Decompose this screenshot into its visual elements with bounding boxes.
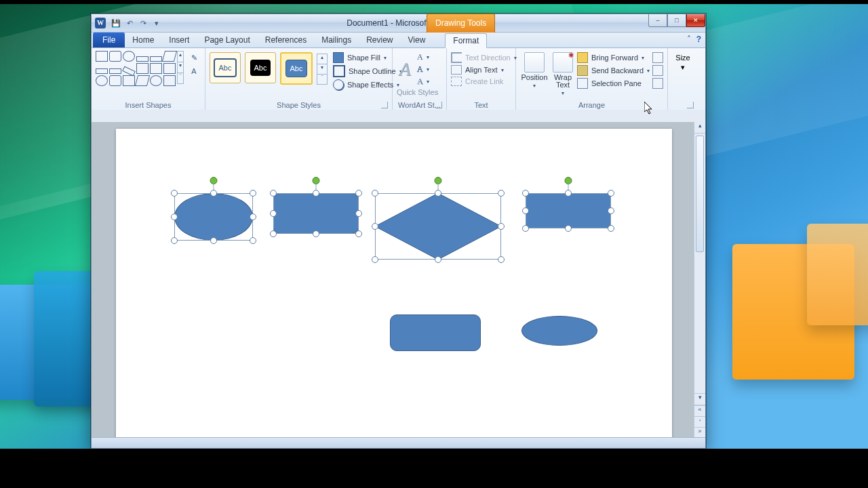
- shape-rounded-rect-selected[interactable]: [273, 193, 359, 234]
- shape-ellipse-selected[interactable]: [174, 193, 253, 241]
- align-icon[interactable]: [652, 52, 663, 63]
- create-link-button: Create Link: [451, 77, 517, 86]
- text-box-icon[interactable]: A: [187, 64, 201, 78]
- group-label-arrange: Arrange: [520, 101, 663, 110]
- send-backward-button[interactable]: Send Backward▾: [577, 65, 650, 76]
- document-area: ▴ ▾ « ◦ »: [92, 110, 705, 438]
- shape-style-gallery[interactable]: Abc Abc Abc ▴▾‾: [210, 52, 328, 85]
- word-icon: [95, 18, 106, 28]
- position-icon: [524, 52, 545, 73]
- page[interactable]: [116, 129, 672, 438]
- qat-redo-icon[interactable]: ↷: [138, 18, 149, 28]
- group-label-size: [672, 100, 694, 110]
- shape-effects-button[interactable]: Shape Effects▾: [333, 79, 402, 90]
- tab-review[interactable]: Review: [359, 33, 400, 47]
- shape-rect-selected[interactable]: [526, 193, 611, 228]
- text-direction-icon: [451, 52, 462, 63]
- rotate-icon[interactable]: [652, 78, 663, 89]
- close-button[interactable]: ✕: [686, 14, 705, 27]
- help-icon[interactable]: ?: [696, 35, 701, 44]
- quick-access-toolbar: 💾 ↶ ↷ ▾: [111, 18, 162, 28]
- tab-insert[interactable]: Insert: [161, 33, 197, 47]
- position-button[interactable]: Position▾: [520, 51, 549, 89]
- text-outline-button[interactable]: A▾: [417, 64, 429, 75]
- minimize-button[interactable]: –: [648, 14, 667, 27]
- send-backward-icon: [577, 65, 588, 76]
- selection-pane-button[interactable]: Selection Pane: [577, 78, 650, 89]
- tab-references[interactable]: References: [258, 33, 314, 47]
- text-fill-button[interactable]: A▾: [417, 52, 429, 62]
- group-label-shape-styles: Shape Styles: [210, 101, 388, 110]
- status-bar[interactable]: [92, 437, 705, 448]
- shape-style-more[interactable]: ▴▾‾: [317, 54, 328, 85]
- tab-page-layout[interactable]: Page Layout: [197, 33, 257, 47]
- prev-page-icon[interactable]: «: [694, 405, 705, 416]
- shape-ellipse[interactable]: [521, 316, 597, 346]
- maximize-button[interactable]: □: [667, 14, 686, 27]
- word-window: 💾 ↶ ↷ ▾ Document1 - Microsoft Word Drawi…: [91, 14, 706, 449]
- ribbon-collapse-icon[interactable]: ˄: [687, 35, 691, 44]
- horizontal-ruler[interactable]: [92, 110, 705, 123]
- size-button[interactable]: Size▾: [672, 51, 694, 72]
- qat-more-icon[interactable]: ▾: [151, 18, 162, 28]
- shape-gallery-scroll[interactable]: ▴▾‾: [177, 51, 184, 84]
- vertical-scrollbar[interactable]: ▴ ▾ « ◦ »: [694, 122, 705, 438]
- contextual-tab-label: Drawing Tools: [427, 14, 495, 33]
- next-page-icon[interactable]: »: [694, 427, 705, 438]
- text-effects-button[interactable]: A▾: [417, 77, 429, 87]
- align-text-button[interactable]: Align Text▾: [451, 65, 517, 75]
- group-label-text: Text: [451, 101, 511, 110]
- wordart-quick-styles-icon[interactable]: A: [397, 56, 413, 83]
- title-text: Document1 - Microsoft Word: [92, 14, 705, 32]
- document-canvas[interactable]: [92, 122, 694, 438]
- bring-forward-button[interactable]: Bring Forward▾: [577, 52, 650, 63]
- edit-shape-icon[interactable]: ✎: [187, 51, 201, 64]
- shape-gallery[interactable]: [96, 51, 176, 86]
- scroll-down-icon[interactable]: ▾: [694, 393, 705, 405]
- group-icon[interactable]: [652, 65, 663, 76]
- group-label-wordart: WordArt St...: [397, 101, 442, 110]
- qat-save-icon[interactable]: 💾: [111, 18, 121, 28]
- shape-diamond-selected[interactable]: [375, 193, 501, 260]
- ribbon: ▴▾‾ ✎ A Insert Shapes Abc Abc Abc ▴▾‾ Sh: [92, 48, 705, 111]
- shape-fill-button[interactable]: Shape Fill▾: [333, 52, 402, 63]
- shape-effects-icon: [333, 79, 344, 90]
- quick-styles-label: Quick Styles: [397, 89, 438, 96]
- create-link-icon: [451, 77, 462, 86]
- shape-fill-icon: [333, 52, 344, 63]
- scroll-thumb[interactable]: [696, 136, 704, 252]
- tab-home[interactable]: Home: [125, 33, 161, 47]
- tab-mailings[interactable]: Mailings: [314, 33, 359, 47]
- align-text-icon: [451, 65, 462, 75]
- text-direction-button: Text Direction▾: [451, 52, 517, 63]
- scroll-up-icon[interactable]: ▴: [694, 122, 705, 134]
- shape-rounded-rect[interactable]: [390, 314, 481, 351]
- ribbon-tabs: File Home Insert Page Layout References …: [92, 33, 705, 48]
- shape-outline-icon: [333, 65, 345, 77]
- qat-undo-icon[interactable]: ↶: [124, 18, 135, 28]
- group-label-insert-shapes: Insert Shapes: [96, 101, 201, 110]
- wrap-text-icon: ✱: [553, 52, 573, 73]
- title-bar[interactable]: 💾 ↶ ↷ ▾ Document1 - Microsoft Word Drawi…: [92, 14, 705, 33]
- wrap-text-button[interactable]: ✱ Wrap Text▾: [549, 51, 577, 96]
- bring-forward-icon: [577, 52, 588, 63]
- tab-file[interactable]: File: [93, 33, 125, 47]
- shape-outline-button[interactable]: Shape Outline▾: [333, 65, 402, 77]
- tab-view[interactable]: View: [401, 33, 433, 47]
- tab-format[interactable]: Format: [445, 33, 487, 48]
- selection-pane-icon: [577, 78, 588, 89]
- browse-object-icon[interactable]: ◦: [694, 416, 705, 427]
